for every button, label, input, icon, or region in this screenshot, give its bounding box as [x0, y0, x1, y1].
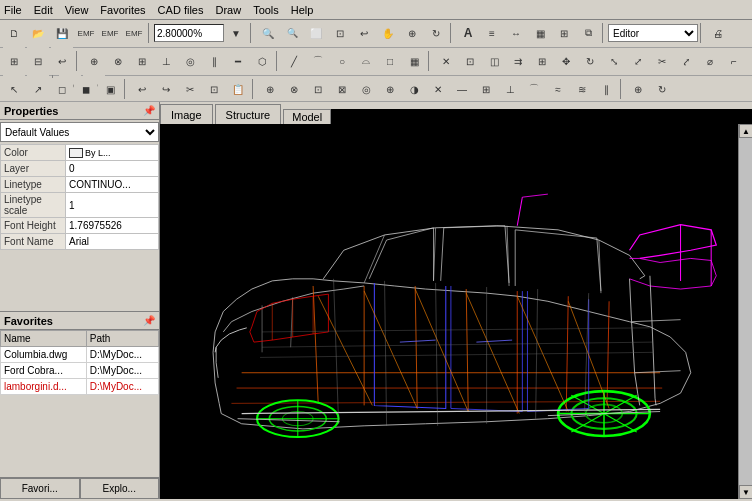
- redo-button[interactable]: ↪: [155, 78, 177, 100]
- zoom-window-button[interactable]: ⬜: [305, 22, 327, 44]
- cursor-button[interactable]: ↖: [3, 78, 25, 100]
- endpoint-button[interactable]: ⊡: [307, 78, 329, 100]
- menu-draw[interactable]: Draw: [215, 4, 241, 16]
- edit-array-button[interactable]: ⊞: [531, 50, 553, 72]
- editor-combo[interactable]: Editor: [608, 24, 698, 42]
- insertion-button[interactable]: ⊞: [475, 78, 497, 100]
- zoom-input[interactable]: [154, 24, 224, 42]
- edit-extend-button[interactable]: ⤤: [675, 50, 697, 72]
- menu-cadfiles[interactable]: CAD files: [158, 4, 204, 16]
- layer-prev-button[interactable]: ↩: [51, 50, 73, 72]
- edit-stretch-button[interactable]: ⤢: [627, 50, 649, 72]
- prop-fontheight-value[interactable]: 1.76975526: [66, 218, 159, 234]
- quadrant-button[interactable]: ◑: [403, 78, 425, 100]
- multiline-button[interactable]: ≡: [481, 22, 503, 44]
- zoom-dropdown-button[interactable]: ▼: [225, 22, 247, 44]
- 3dorbit2-button[interactable]: ↻: [651, 78, 673, 100]
- scroll-track[interactable]: [739, 138, 752, 485]
- menu-view[interactable]: View: [65, 4, 89, 16]
- cursor2-button[interactable]: ↗: [27, 78, 49, 100]
- 3dorbit-button[interactable]: ⊕: [627, 78, 649, 100]
- menu-tools[interactable]: Tools: [253, 4, 279, 16]
- emf2-button[interactable]: EMF: [99, 22, 121, 44]
- tab-explorer[interactable]: Explo...: [80, 478, 160, 499]
- block-button[interactable]: ▦: [529, 22, 551, 44]
- zoom-extents-button[interactable]: ⊡: [329, 22, 351, 44]
- insert-button[interactable]: ⊞: [553, 22, 575, 44]
- menu-file[interactable]: File: [4, 4, 22, 16]
- midpoint-button[interactable]: ⊠: [331, 78, 353, 100]
- list-item[interactable]: Ford Cobra... D:\MyDoc...: [1, 363, 159, 379]
- zoom-prev-button[interactable]: ↩: [353, 22, 375, 44]
- select-button[interactable]: ◻: [51, 78, 73, 100]
- deselect-button[interactable]: ◼: [75, 78, 97, 100]
- tangent-button[interactable]: ⌒: [523, 78, 545, 100]
- list-item[interactable]: Columbia.dwg D:\MyDoc...: [1, 347, 159, 363]
- layer-state-button[interactable]: ⊟: [27, 50, 49, 72]
- menu-help[interactable]: Help: [291, 4, 314, 16]
- perpendicular-button[interactable]: ⊥: [499, 78, 521, 100]
- properties-combo[interactable]: Default Values: [0, 122, 159, 142]
- save-button[interactable]: 💾: [51, 22, 73, 44]
- snap-mode-button[interactable]: ⊕: [259, 78, 281, 100]
- dyn-button[interactable]: ⬡: [251, 50, 273, 72]
- lweight-button[interactable]: ━: [227, 50, 249, 72]
- undo-button[interactable]: ↩: [131, 78, 153, 100]
- scroll-up-button[interactable]: ▲: [739, 124, 752, 138]
- extension-button[interactable]: —: [451, 78, 473, 100]
- intersection-button[interactable]: ✕: [427, 78, 449, 100]
- list-item[interactable]: lamborgini.d... D:\MyDoc...: [1, 379, 159, 395]
- draw-hatch-button[interactable]: ▦: [403, 50, 425, 72]
- edit-chamfer-button[interactable]: ⌐: [723, 50, 745, 72]
- edit-copy-button[interactable]: ⊡: [459, 50, 481, 72]
- pan-button[interactable]: ✋: [377, 22, 399, 44]
- emf3-button[interactable]: EMF: [123, 22, 145, 44]
- center-button[interactable]: ◎: [355, 78, 377, 100]
- snap-button[interactable]: ⊕: [83, 50, 105, 72]
- open-button[interactable]: 📂: [27, 22, 49, 44]
- edit-move-button[interactable]: ✥: [555, 50, 577, 72]
- snap2-button[interactable]: ⊗: [283, 78, 305, 100]
- menu-edit[interactable]: Edit: [34, 4, 53, 16]
- copy2-button[interactable]: ⊡: [203, 78, 225, 100]
- menu-favorites[interactable]: Favorites: [100, 4, 145, 16]
- prop-color-value[interactable]: By L...: [66, 145, 159, 161]
- edit-trim-button[interactable]: ✂: [651, 50, 673, 72]
- scroll-down-button[interactable]: ▼: [739, 485, 752, 499]
- layer-manager-button[interactable]: ⊞: [3, 50, 25, 72]
- edit-rotate-button[interactable]: ↻: [579, 50, 601, 72]
- zoom-in-button[interactable]: 🔍: [257, 22, 279, 44]
- prop-ltscale-value[interactable]: 1: [66, 193, 159, 218]
- cut-button[interactable]: ✂: [179, 78, 201, 100]
- edit-mirror-button[interactable]: ◫: [483, 50, 505, 72]
- draw-arc-button[interactable]: ⌓: [355, 50, 377, 72]
- draw-rect-button[interactable]: □: [379, 50, 401, 72]
- zoom-out-button[interactable]: 🔍: [281, 22, 303, 44]
- node-button[interactable]: ⊕: [379, 78, 401, 100]
- edit-scale-button[interactable]: ⤡: [603, 50, 625, 72]
- ortho-button[interactable]: ⊥: [155, 50, 177, 72]
- edit-erase-button[interactable]: ✕: [435, 50, 457, 72]
- orbit-button[interactable]: ↻: [425, 22, 447, 44]
- tab-structure[interactable]: Structure: [215, 104, 282, 124]
- edit-offset-button[interactable]: ⇉: [507, 50, 529, 72]
- new-button[interactable]: 🗋: [3, 22, 25, 44]
- text-button[interactable]: A: [457, 22, 479, 44]
- tab-image[interactable]: Image: [160, 104, 213, 124]
- polar-button[interactable]: ◎: [179, 50, 201, 72]
- print-button[interactable]: 🖨: [707, 22, 729, 44]
- prop-layer-value[interactable]: 0: [66, 161, 159, 177]
- draw-line-button[interactable]: ╱: [283, 50, 305, 72]
- osnap-button[interactable]: ⊗: [107, 50, 129, 72]
- properties-pin-icon[interactable]: 📌: [143, 105, 155, 116]
- edit-break-button[interactable]: ⌀: [699, 50, 721, 72]
- dim-button[interactable]: ↔: [505, 22, 527, 44]
- parallel-button[interactable]: ∥: [595, 78, 617, 100]
- draw-pline-button[interactable]: ⌒: [307, 50, 329, 72]
- apparent-button[interactable]: ≋: [571, 78, 593, 100]
- model-tab[interactable]: Model: [283, 109, 331, 124]
- prop-linetype-value[interactable]: CONTINUO...: [66, 177, 159, 193]
- draw-circle-button[interactable]: ○: [331, 50, 353, 72]
- select-all-button[interactable]: ▣: [99, 78, 121, 100]
- prop-fontname-value[interactable]: Arial: [66, 234, 159, 250]
